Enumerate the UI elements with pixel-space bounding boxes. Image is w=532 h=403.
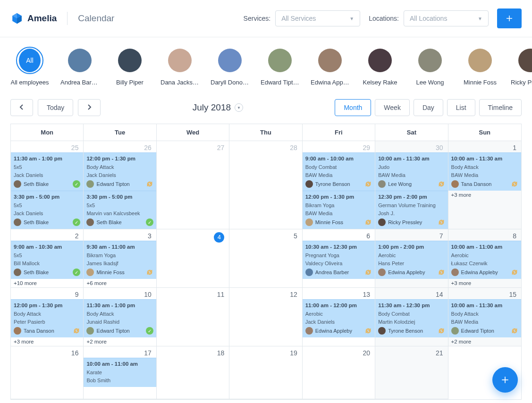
plus-icon <box>500 375 510 385</box>
employee-name: Andrea Barber <box>60 79 99 86</box>
event-title: Body Attack <box>451 163 518 171</box>
event-sub: BAW Media <box>305 171 372 179</box>
event-sub: Peter Pasierb <box>14 318 80 326</box>
calendar-cell[interactable]: 110:00 am - 11:30 amBody AttackBAW Media… <box>448 141 521 229</box>
day-number: 10 <box>84 288 156 299</box>
services-select[interactable]: All Services ▼ <box>275 10 360 26</box>
calendar-cell[interactable]: 1510:00 am - 11:30 amBody AttackBAW Medi… <box>448 288 521 346</box>
event-assignee: Seth Blake <box>96 218 121 227</box>
calendar-cell[interactable]: 19 <box>229 346 302 399</box>
calendar-cell[interactable]: 12 <box>229 288 302 346</box>
more-events-link[interactable]: +2 more <box>448 337 521 346</box>
calendar-cell[interactable]: 1411:30 am - 12:30 pmBody CombatMartin K… <box>375 288 448 346</box>
calendar-event[interactable]: 11:30 am - 1:00 pmBody AttackJunaid Rash… <box>84 299 156 337</box>
event-assignee: Tyrone Benson <box>388 327 423 335</box>
calendar-cell[interactable]: 4 <box>157 229 229 288</box>
calendar-cell[interactable]: 18 <box>157 346 229 399</box>
calendar-cell[interactable]: 29:00 am - 10:30 am5x5Bill MallockSeth B… <box>11 229 84 288</box>
event-title: Body Combat <box>378 310 445 318</box>
calendar-event[interactable]: 10:00 am - 11:00 amKarateBob Smith <box>84 358 156 387</box>
more-events-link[interactable]: +3 more <box>448 191 521 199</box>
more-events-link[interactable]: +2 more <box>84 337 156 346</box>
calendar-cell[interactable]: 16 <box>11 346 84 399</box>
calendar-cell[interactable]: 299:00 am - 10:00 amBody CombatBAW Media… <box>303 141 375 229</box>
calendar-event[interactable]: 1:00 pm - 2:00 pmAerobicHans PeterEdwina… <box>375 241 448 279</box>
event-assignee: Minnie Foss <box>96 269 124 277</box>
employee-filter-item[interactable]: Daryll Donov… <box>211 47 249 86</box>
calendar-event[interactable]: 10:00 am - 11:00 amAerobicŁukasz Czerwik… <box>448 241 521 279</box>
view-btn-list[interactable]: List <box>447 99 475 116</box>
check-icon: ✓ <box>146 218 153 226</box>
calendar-cell[interactable]: 1710:00 am - 11:00 amKarateBob Smith <box>84 346 156 399</box>
employee-filter-item[interactable]: Kelsey Rake <box>361 47 399 86</box>
calendar-event[interactable]: 9:00 am - 10:00 amBody CombatBAW MediaTy… <box>303 152 375 191</box>
calendar-event[interactable]: 9:00 am - 10:30 am5x5Bill MallockSeth Bl… <box>11 241 83 279</box>
weekday-label: Tue <box>84 124 156 141</box>
employee-filter-item[interactable]: Edward Tipton <box>261 47 299 86</box>
employee-filter-item[interactable]: AllAll employees <box>10 47 49 86</box>
day-number: 9 <box>11 288 83 299</box>
view-btn-week[interactable]: Week <box>375 99 410 116</box>
calendar-event[interactable]: 9:30 am - 11:00 amBikram YogaJames Ikads… <box>84 241 156 279</box>
employee-filter-item[interactable]: Lee Wong <box>411 47 449 86</box>
event-title: German Volume Training <box>378 202 445 210</box>
calendar-cell[interactable]: 2612:00 pm - 1:30 pmBody AttackJack Dani… <box>84 141 156 229</box>
calendar-cell[interactable]: 1311:00 am - 12:00 pmAerobicJack Daniels… <box>303 288 375 346</box>
view-btn-day[interactable]: Day <box>414 99 443 116</box>
employee-filter-item[interactable]: Dana Jackson <box>160 47 199 86</box>
locations-select[interactable]: All Locations ▼ <box>404 10 489 26</box>
calendar-event[interactable]: 10:00 am - 11:30 amBody AttackBAW MediaE… <box>448 299 521 337</box>
fab-add-button[interactable] <box>492 367 518 393</box>
avatar <box>305 180 313 188</box>
employee-filter-item[interactable]: Billy Piper <box>110 47 149 86</box>
employee-name: Edward Tipton <box>261 79 299 86</box>
calendar-cell[interactable]: 21 <box>375 346 448 399</box>
calendar-event[interactable]: 10:00 am - 11:30 amBody AttackBAW MediaT… <box>448 152 521 191</box>
locations-select-value: All Locations <box>410 15 447 22</box>
calendar-cell[interactable]: 1011:30 am - 1:00 pmBody AttackJunaid Ra… <box>84 288 156 346</box>
day-number: 27 <box>157 141 229 152</box>
prev-button[interactable] <box>10 99 33 116</box>
calendar-cell[interactable]: 39:30 am - 11:00 amBikram YogaJames Ikad… <box>84 229 156 288</box>
calendar-cell[interactable]: 610:30 am - 12:30 pmPregnant YogaValdecy… <box>303 229 375 288</box>
calendar-cell[interactable]: 3010:00 am - 11:30 amJudoBAW MediaLee Wo… <box>375 141 448 229</box>
calendar-event[interactable]: 10:00 am - 11:30 amJudoBAW MediaLee Wong <box>375 152 448 191</box>
calendar-event[interactable]: 11:30 am - 1:00 pm5x5Jack DanielsSeth Bl… <box>11 152 83 191</box>
more-events-link[interactable]: +10 more <box>11 279 83 287</box>
calendar-event[interactable]: 11:00 am - 12:00 pmAerobicJack DanielsEd… <box>303 299 375 337</box>
today-button[interactable]: Today <box>38 99 73 116</box>
add-button[interactable] <box>497 8 522 28</box>
calendar-event[interactable]: 3:30 pm - 5:00 pm5x5Marvin van Kalcvsbee… <box>84 191 156 229</box>
calendar-cell[interactable]: 810:00 am - 11:00 amAerobicŁukasz Czerwi… <box>448 229 521 288</box>
more-events-link[interactable]: +6 more <box>84 279 156 287</box>
calendar-event[interactable]: 12:30 pm - 2:00 pmGerman Volume Training… <box>375 191 448 229</box>
view-btn-timeline[interactable]: Timeline <box>479 99 522 116</box>
chevron-right-icon <box>87 104 92 110</box>
calendar-event[interactable]: 3:30 pm - 5:00 pm5x5Jack DanielsSeth Bla… <box>11 191 83 229</box>
calendar-event[interactable]: 12:00 pm - 1:30 pmBikram YogaBAW MediaMi… <box>303 191 375 229</box>
next-button[interactable] <box>78 99 101 116</box>
calendar-event[interactable]: 11:30 am - 12:30 pmBody CombatMartin Kol… <box>375 299 448 337</box>
calendar-cell[interactable]: 28 <box>229 141 302 229</box>
calendar-cell[interactable]: 912:00 pm - 1:30 pmBody AttackPeter Pasi… <box>11 288 84 346</box>
day-number: 1 <box>448 141 521 152</box>
calendar-cell[interactable]: 20 <box>303 346 375 399</box>
calendar-cell[interactable]: 2511:30 am - 1:00 pm5x5Jack DanielsSeth … <box>11 141 84 229</box>
calendar-cell[interactable]: 27 <box>157 141 229 229</box>
employee-filter-item[interactable]: Ricky Pressley <box>511 47 532 86</box>
more-events-link[interactable]: +3 more <box>448 279 521 287</box>
calendar-event[interactable]: 12:00 pm - 1:30 pmBody AttackPeter Pasie… <box>11 299 83 337</box>
calendar-cell[interactable]: 5 <box>229 229 302 288</box>
employee-filter-item[interactable]: Edwina Appl… <box>311 47 349 86</box>
calendar-cell[interactable]: 71:00 pm - 2:00 pmAerobicHans PeterEdwin… <box>375 229 448 288</box>
day-number: 5 <box>229 229 302 241</box>
calendar-cell[interactable]: 11 <box>157 288 229 346</box>
calendar-event[interactable]: 12:00 pm - 1:30 pmBody AttackJack Daniel… <box>84 152 156 191</box>
employee-filter-item[interactable]: Andrea Barber <box>60 47 99 86</box>
employee-filter-item[interactable]: Minnie Foss <box>461 47 499 86</box>
more-events-link[interactable]: +3 more <box>11 337 83 346</box>
period-dropdown[interactable]: ▼ <box>235 103 243 112</box>
period-label: July 2018 ▼ <box>101 102 335 113</box>
view-btn-month[interactable]: Month <box>335 99 371 116</box>
calendar-event[interactable]: 10:30 am - 12:30 pmPregnant YogaValdecy … <box>303 241 375 279</box>
